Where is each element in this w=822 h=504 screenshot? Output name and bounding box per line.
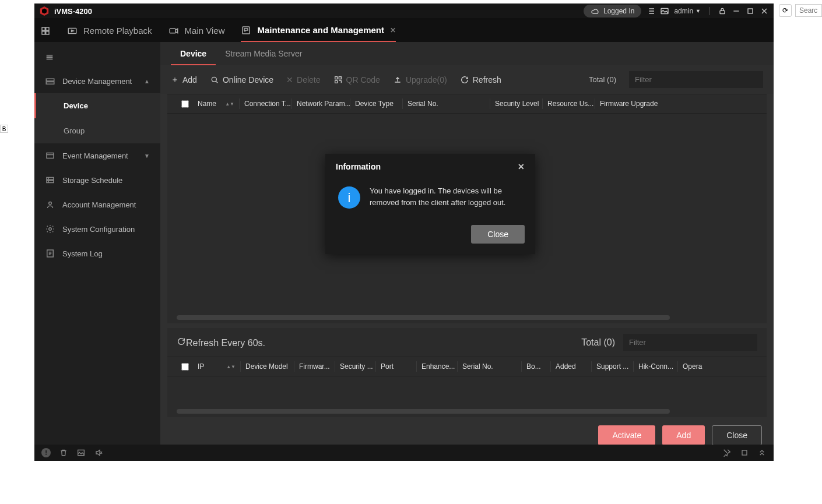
- sidebar-sub-device[interactable]: Device: [34, 93, 160, 118]
- dialog-close-button[interactable]: Close: [471, 225, 525, 244]
- device-toolbar: ＋Add Online Device ✕Delete QR Code Upgra…: [160, 65, 774, 94]
- panel2-horizontal-scrollbar[interactable]: [177, 409, 757, 414]
- restore-icon[interactable]: [740, 448, 749, 457]
- auto-refresh-label[interactable]: Refresh Every 60s.: [177, 337, 265, 348]
- th-firmware[interactable]: Firmwar...: [294, 361, 335, 372]
- tab-maintenance[interactable]: Maintenance and Management ✕: [241, 19, 396, 42]
- maximize-icon[interactable]: [746, 6, 755, 16]
- qrcode-button: QR Code: [333, 75, 380, 84]
- sidebar-item-event-management[interactable]: Event Management ▼: [34, 143, 160, 168]
- sidebar-label: Event Management: [62, 151, 128, 160]
- dialog-title: Information: [336, 162, 381, 171]
- tabbar: Remote Playback Main View Maintenance an…: [34, 19, 774, 42]
- close-window-icon[interactable]: [760, 6, 769, 16]
- browser-refresh-icon[interactable]: ⟳: [779, 4, 792, 17]
- app-window: iVMS-4200 Logged In admin▼ Remote Playba…: [34, 3, 774, 461]
- maintenance-icon: [241, 25, 251, 36]
- tab-label: Maintenance and Management: [257, 25, 384, 35]
- browser-search-input[interactable]: [795, 4, 822, 17]
- sidebar-sub-group[interactable]: Group: [34, 118, 160, 143]
- storage-icon: [45, 175, 55, 185]
- svg-rect-2: [748, 9, 753, 13]
- th-ip[interactable]: IP▲▼: [193, 361, 241, 372]
- sidebar-label: Account Management: [62, 200, 136, 209]
- refresh-button[interactable]: Refresh: [460, 75, 501, 84]
- th-connection-type[interactable]: Connection T...: [240, 98, 292, 109]
- sidebar-item-device-management[interactable]: Device Management ▲: [34, 69, 160, 93]
- minimize-icon[interactable]: [732, 6, 741, 16]
- log-icon: [45, 248, 55, 259]
- collapse-icon[interactable]: [757, 448, 767, 457]
- svg-rect-5: [42, 31, 45, 34]
- svg-rect-8: [170, 29, 175, 33]
- list-icon[interactable]: [646, 6, 655, 16]
- sidebar: Device Management ▲ Device Group Event M…: [34, 42, 160, 445]
- th-network-param[interactable]: Network Param...: [292, 98, 350, 109]
- image-icon[interactable]: [660, 6, 669, 16]
- app-logo-icon: [39, 6, 50, 16]
- lock-icon[interactable]: [718, 6, 727, 16]
- th-device-model[interactable]: Device Model: [241, 361, 294, 372]
- trash-icon[interactable]: [59, 448, 68, 457]
- sidebar-toggle[interactable]: [34, 48, 160, 69]
- th-firmware-upgrade[interactable]: Firmware Upgrade: [595, 98, 757, 109]
- subtab-device[interactable]: Device: [171, 42, 216, 65]
- panel2-select-all-checkbox[interactable]: [177, 361, 193, 372]
- select-all-checkbox[interactable]: [177, 98, 193, 109]
- tab-close-icon[interactable]: ✕: [390, 26, 396, 34]
- user-icon: [45, 199, 55, 210]
- filter-input[interactable]: [629, 71, 763, 88]
- event-icon: [45, 150, 55, 161]
- svg-rect-23: [335, 80, 337, 83]
- th-security-level[interactable]: Security Level: [490, 98, 543, 109]
- svg-rect-11: [46, 82, 54, 84]
- sidebar-item-system-configuration[interactable]: System Configuration: [34, 217, 160, 241]
- panel2-filter-input[interactable]: [623, 334, 757, 351]
- chevron-down-icon: ▼: [144, 153, 150, 159]
- tab-main-view[interactable]: Main View: [168, 19, 225, 42]
- info-icon: i: [338, 186, 360, 209]
- dialog-close-icon[interactable]: ✕: [518, 162, 525, 171]
- total-label: Total (0): [589, 75, 616, 84]
- tab-remote-playback[interactable]: Remote Playback: [67, 19, 152, 42]
- th-added[interactable]: Added: [551, 361, 592, 372]
- footer-close-button[interactable]: Close: [712, 425, 762, 445]
- alert-icon[interactable]: !: [41, 448, 51, 457]
- online-device-button[interactable]: Online Device: [210, 75, 273, 84]
- sidebar-item-account-management[interactable]: Account Management: [34, 192, 160, 217]
- activate-button[interactable]: Activate: [598, 425, 655, 445]
- app-title: iVMS-4200: [54, 7, 92, 16]
- horizontal-scrollbar[interactable]: [177, 315, 757, 320]
- subtab-stream-media[interactable]: Stream Media Server: [216, 42, 311, 65]
- th-port[interactable]: Port: [376, 361, 417, 372]
- th-name[interactable]: Name▲▼: [193, 98, 240, 109]
- th-hikconnect[interactable]: Hik-Conn...: [634, 361, 678, 372]
- svg-point-20: [212, 77, 216, 82]
- x-icon: ✕: [286, 75, 293, 84]
- th-serial-no[interactable]: Serial No.: [403, 98, 490, 109]
- pin-icon[interactable]: [722, 448, 732, 457]
- online-device-panel: Refresh Every 60s. Total (0) IP▲▼ Device…: [167, 328, 767, 417]
- th-resource-usage[interactable]: Resource Us...: [543, 98, 595, 109]
- tab-label: Main View: [185, 26, 225, 36]
- th-device-type[interactable]: Device Type: [350, 98, 403, 109]
- th-enhance[interactable]: Enhance...: [417, 361, 458, 372]
- th-serial-no-2[interactable]: Serial No.: [458, 361, 522, 372]
- th-security[interactable]: Security ...: [335, 361, 376, 372]
- footer-add-button[interactable]: Add: [662, 425, 705, 445]
- grid-icon[interactable]: [40, 26, 51, 36]
- picture-icon[interactable]: [76, 448, 86, 457]
- sidebar-submenu-device-management: Device Group: [34, 93, 160, 143]
- add-button[interactable]: ＋Add: [171, 75, 197, 85]
- sidebar-item-system-log[interactable]: System Log: [34, 241, 160, 266]
- login-status-pill[interactable]: Logged In: [584, 5, 641, 17]
- sort-icon: ▲▼: [226, 364, 236, 369]
- sidebar-item-storage-schedule[interactable]: Storage Schedule: [34, 168, 160, 192]
- login-status-label: Logged In: [603, 7, 634, 15]
- mute-icon[interactable]: [94, 448, 103, 457]
- user-label[interactable]: admin▼: [674, 6, 701, 16]
- th-boot[interactable]: Bo...: [522, 361, 551, 372]
- th-support[interactable]: Support ...: [592, 361, 634, 372]
- th-operation[interactable]: Opera: [678, 361, 757, 372]
- cloud-icon: [591, 6, 600, 16]
